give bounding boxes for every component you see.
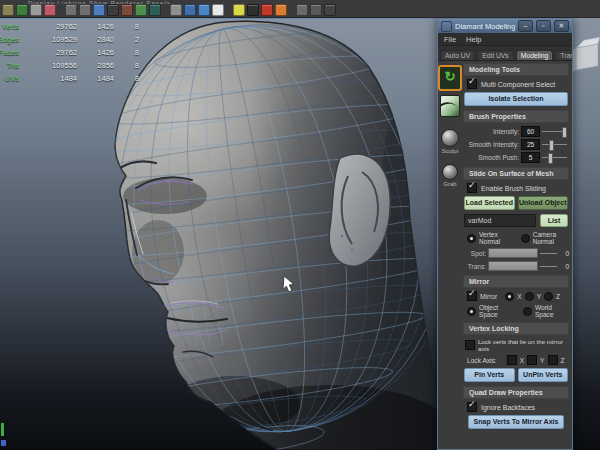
grab-brush-icon[interactable] (442, 164, 458, 180)
hud-row: Verts 29762 1426 8 (0, 20, 139, 33)
grab-tool-label: Grab (443, 181, 456, 187)
unload-object-button[interactable]: Unload Object (518, 196, 569, 210)
trans-slider[interactable] (540, 266, 557, 267)
mirror-axis-row: ✓ Mirror X Y Z (467, 291, 569, 301)
quad-draw-properties-header: Quad Draw Properties (463, 386, 569, 399)
toolbar-icon[interactable] (212, 4, 224, 16)
spot-field[interactable] (488, 248, 538, 258)
toolbar-icon[interactable] (44, 4, 56, 16)
pin-verts-button[interactable]: Pin Verts (464, 368, 515, 382)
lock-y-checkbox[interactable] (527, 355, 537, 365)
mirror-y-radio[interactable] (525, 292, 534, 301)
spot-label: Spot: (463, 250, 486, 257)
smooth-intensity-value[interactable]: 25 (521, 139, 540, 150)
intensity-slider[interactable] (542, 131, 567, 132)
smooth-push-value[interactable]: 5 (521, 152, 540, 163)
multi-component-select-checkbox[interactable]: ✓ (467, 79, 477, 89)
trans-field[interactable] (488, 261, 538, 271)
tab-edit-uvs[interactable]: Edit UVs (477, 50, 513, 60)
object-space-label: Object Space (479, 304, 515, 318)
falloff-ramp-icon[interactable] (440, 95, 460, 117)
hud-row: UVs 1484 1484 8 (0, 72, 139, 85)
world-space-radio[interactable] (523, 307, 532, 316)
mirror-space-row: Object Space World Space (467, 304, 569, 318)
modeling-tools-header: Modeling Tools (463, 63, 569, 76)
toolbar-icon[interactable] (30, 4, 42, 16)
menu-help[interactable]: Help (466, 35, 481, 44)
smooth-intensity-slider-row: Smooth Intensity: 25 (463, 139, 569, 150)
toolbar-icon[interactable] (65, 4, 77, 16)
load-selected-button[interactable]: Load Selected (464, 196, 515, 210)
isolate-selection-button[interactable]: Isolate Selection (464, 92, 568, 106)
camera-normal-label: Camera Normal (533, 231, 569, 245)
lock-verts-checkbox[interactable] (465, 340, 475, 350)
lock-verts-row: Lock verts that lie on the mirror axis (465, 338, 569, 352)
window-titlebar[interactable]: Diamant Modeling 1.0 al... – ▫ ✕ (438, 19, 572, 33)
mirror-x-radio[interactable] (505, 292, 514, 301)
toolbar-icon[interactable] (16, 4, 28, 16)
toolbar-icon[interactable] (93, 4, 105, 16)
normal-mode-row: Vertex Normal Camera Normal (467, 231, 569, 245)
toolbar-icon[interactable] (233, 4, 245, 16)
intensity-value[interactable]: 60 (521, 126, 540, 137)
window-icon (441, 21, 452, 32)
toolbar-icon[interactable] (79, 4, 91, 16)
close-button[interactable]: ✕ (554, 20, 569, 32)
ignore-backfaces-checkbox[interactable]: ✓ (467, 402, 477, 412)
mirror-z-radio[interactable] (544, 292, 553, 301)
loaded-object-field[interactable]: varMod (464, 214, 536, 227)
menu-file[interactable]: File (444, 35, 456, 44)
toolbar-icon[interactable] (2, 4, 14, 16)
toolbar-icon[interactable] (107, 4, 119, 16)
tab-auto-uv[interactable]: Auto UV (440, 50, 475, 60)
axis-gizmo-z-icon (1, 440, 6, 446)
smooth-intensity-slider[interactable] (542, 144, 567, 145)
toolbar-icon[interactable] (149, 4, 161, 16)
toolbar-icon[interactable] (275, 4, 287, 16)
toolbar-icon[interactable] (261, 4, 273, 16)
intensity-slider-row: Intensity: 60 (463, 126, 569, 137)
world-space-label: World Space (535, 304, 569, 318)
component-select-tool-icon[interactable]: ↻ (438, 65, 462, 91)
tab-modeling[interactable]: Modeling (516, 50, 554, 60)
maximize-button[interactable]: ▫ (536, 20, 551, 32)
vertex-normal-radio[interactable] (467, 234, 476, 243)
toolbar-icon[interactable] (135, 4, 147, 16)
tool-column: ↻ Sculpt Grab (438, 61, 462, 450)
unpin-verts-button[interactable]: UnPin Verts (518, 368, 569, 382)
sculpt-brush-icon[interactable] (441, 129, 459, 147)
lock-z-checkbox[interactable] (548, 355, 558, 365)
panel-menubar: File Help (438, 33, 572, 46)
hud-label: Edges (0, 33, 19, 46)
snap-verts-button[interactable]: Snap Verts To Mirror Axis (468, 415, 564, 429)
toolbar-icon[interactable] (121, 4, 133, 16)
tab-transfer[interactable]: Transfer (555, 50, 573, 60)
vertex-normal-label: Vertex Normal (479, 231, 512, 245)
mirror-checkbox[interactable]: ✓ (467, 291, 477, 301)
trans-label: Trans: (463, 263, 486, 270)
list-button[interactable]: List (540, 214, 568, 227)
smooth-push-slider[interactable] (542, 157, 567, 158)
toolbar-icon[interactable] (170, 4, 182, 16)
object-space-radio[interactable] (467, 307, 476, 316)
minimize-button[interactable]: – (518, 20, 533, 32)
poly-count-hud: Verts 29762 1426 8 Edges 109529 2840 2 F… (0, 20, 139, 85)
panel-tabs: Auto UV Edit UVs Modeling Transfer (438, 46, 572, 61)
toolbar-icon[interactable] (247, 4, 259, 16)
toolbar-icon[interactable] (198, 4, 210, 16)
application-window: { "glyphs": { "check": "\u2713", "minimi… (0, 0, 600, 450)
toolbar-icon[interactable] (296, 4, 308, 16)
toolbar-icon[interactable] (310, 4, 322, 16)
spot-slider[interactable] (540, 253, 557, 254)
smooth-intensity-label: Smooth Intensity: (463, 141, 519, 148)
hud-label: Faces (0, 46, 19, 59)
toolbar-separator (163, 5, 168, 15)
camera-normal-radio[interactable] (521, 234, 530, 243)
mouse-cursor (281, 274, 297, 292)
lock-x-checkbox[interactable] (507, 355, 517, 365)
toolbar-icon[interactable] (184, 4, 196, 16)
toolbar-icon[interactable] (324, 4, 336, 16)
enable-brush-sliding-checkbox[interactable]: ✓ (467, 183, 477, 193)
intensity-label: Intensity: (463, 128, 519, 135)
smooth-push-slider-row: Smooth Push: 5 (463, 152, 569, 163)
